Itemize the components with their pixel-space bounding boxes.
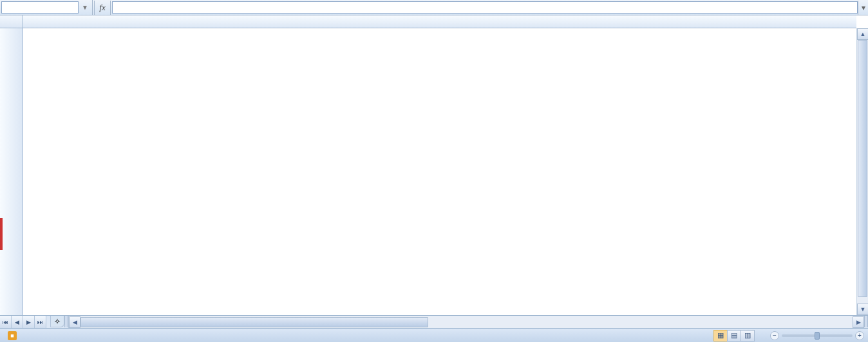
status-bar: ■ ▦ ▤ ▥ − + (0, 328, 868, 342)
scroll-up-icon[interactable]: ▲ (857, 28, 868, 40)
scroll-down-icon[interactable]: ▼ (857, 304, 868, 315)
zoom-track[interactable] (782, 334, 853, 337)
select-all-corner[interactable] (0, 15, 23, 28)
tab-prev-icon[interactable]: ◀ (12, 316, 23, 328)
zoom-in-icon[interactable]: + (855, 331, 864, 340)
spreadsheet-grid: ▲ ▼ (0, 15, 868, 315)
tab-next-icon[interactable]: ▶ (23, 316, 35, 328)
clipboard-marker-icon (0, 218, 3, 250)
view-page-layout-icon[interactable]: ▤ (727, 330, 741, 341)
view-page-break-icon[interactable]: ▥ (741, 330, 755, 341)
tab-first-icon[interactable]: ⏮ (0, 316, 12, 328)
macro-record-icon[interactable]: ■ (8, 331, 17, 340)
formula-input[interactable] (112, 1, 858, 14)
horizontal-scroll-thumb[interactable] (80, 317, 428, 327)
hscroll-track[interactable] (80, 316, 853, 328)
zoom-slider: − + (770, 331, 864, 340)
tab-last-icon[interactable]: ⏭ (35, 316, 46, 328)
formula-bar: ▼ fx ▾ (0, 0, 868, 15)
zoom-out-icon[interactable]: − (770, 331, 779, 340)
scroll-right-icon[interactable]: ▶ (853, 316, 864, 328)
zoom-thumb[interactable] (815, 332, 820, 340)
fx-button[interactable]: fx (94, 1, 111, 15)
horizontal-scrollbar[interactable]: ◀ ▶ (68, 316, 864, 328)
row-headers (0, 28, 23, 315)
name-box-dropdown-icon[interactable]: ▼ (79, 1, 91, 14)
name-box-wrap: ▼ (0, 0, 93, 15)
vertical-scroll-thumb[interactable] (858, 40, 867, 297)
tab-nav-buttons: ⏮ ◀ ▶ ⏭ (0, 316, 46, 328)
sheet-tab-bar: ⏮ ◀ ▶ ⏭ ✧ ◀ ▶ (0, 315, 868, 328)
insert-sheet-icon[interactable]: ✧ (50, 316, 64, 327)
formula-bar-expand-icon[interactable]: ▾ (858, 1, 868, 15)
hscroll-split-handle[interactable] (864, 316, 868, 327)
column-headers (23, 15, 856, 28)
vertical-scrollbar[interactable]: ▲ ▼ (856, 28, 868, 315)
view-buttons: ▦ ▤ ▥ (714, 330, 755, 341)
name-box-input[interactable] (1, 1, 79, 14)
view-normal-icon[interactable]: ▦ (713, 330, 728, 341)
cells-area[interactable] (23, 28, 856, 315)
sheet-tabs (46, 316, 49, 328)
scroll-left-icon[interactable]: ◀ (69, 316, 80, 328)
